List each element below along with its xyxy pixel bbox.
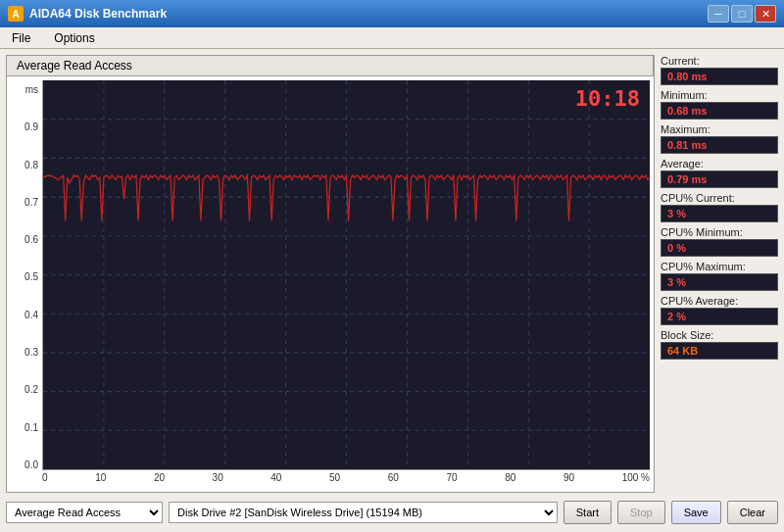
y-label-04: 0.4 xyxy=(24,310,38,320)
app-icon: A xyxy=(8,6,24,22)
cpu-current-label: CPU% Current: xyxy=(661,192,778,204)
chart-svg xyxy=(43,80,650,469)
stat-minimum: Minimum: 0.68 ms xyxy=(661,89,778,120)
stat-cpu-minimum: CPU% Minimum: 0 % xyxy=(661,226,778,257)
chart-tab[interactable]: Average Read Access xyxy=(7,56,654,76)
bottom-controls: Average Read Access Disk Drive #2 [SanDi… xyxy=(6,499,778,526)
maximize-button[interactable]: □ xyxy=(731,5,753,23)
disk-drive-dropdown[interactable]: Disk Drive #2 [SanDisk Wireless Drive] (… xyxy=(169,502,558,523)
chart-panel: Average Read Access ms 0.9 0.8 0.7 0.6 0… xyxy=(6,55,655,493)
maximum-label: Maximum: xyxy=(661,123,778,135)
window-controls: ─ □ ✕ xyxy=(708,5,776,23)
stat-current: Current: 0.80 ms xyxy=(661,55,778,85)
chart-body: ms 0.9 0.8 0.7 0.6 0.5 0.4 0.3 0.2 0.1 0… xyxy=(7,76,654,492)
y-label-07: 0.7 xyxy=(24,197,38,208)
block-size-label: Block Size: xyxy=(661,329,778,341)
average-value: 0.79 ms xyxy=(661,170,778,188)
main-content: Average Read Access ms 0.9 0.8 0.7 0.6 0… xyxy=(0,49,784,532)
x-label-50: 50 xyxy=(329,472,340,488)
current-label: Current: xyxy=(661,55,778,67)
stat-cpu-maximum: CPU% Maximum: 3 % xyxy=(661,261,778,291)
stat-cpu-current: CPU% Current: 3 % xyxy=(661,192,778,222)
y-label-ms: ms xyxy=(25,84,38,95)
y-label-08: 0.8 xyxy=(24,160,38,170)
stop-button[interactable]: Stop xyxy=(617,501,665,524)
cpu-maximum-label: CPU% Maximum: xyxy=(661,261,778,272)
minimize-button[interactable]: ─ xyxy=(708,5,729,23)
minimum-value: 0.68 ms xyxy=(661,102,778,120)
clear-button[interactable]: Clear xyxy=(727,501,778,524)
menu-options[interactable]: Options xyxy=(46,29,102,47)
x-label-100: 100 % xyxy=(622,472,650,488)
stat-average: Average: 0.79 ms xyxy=(661,158,778,188)
chart-container: Average Read Access ms 0.9 0.8 0.7 0.6 0… xyxy=(6,55,778,493)
timer-display: 10:18 xyxy=(575,86,640,111)
cpu-average-label: CPU% Average: xyxy=(661,295,778,307)
x-label-60: 60 xyxy=(388,472,399,488)
x-label-70: 70 xyxy=(446,472,457,488)
maximum-value: 0.81 ms xyxy=(661,136,778,154)
y-label-05: 0.5 xyxy=(24,271,38,282)
block-size-value: 64 KB xyxy=(661,342,778,360)
current-value: 0.80 ms xyxy=(661,68,778,85)
y-axis: ms 0.9 0.8 0.7 0.6 0.5 0.4 0.3 0.2 0.1 0… xyxy=(7,80,42,488)
x-label-90: 90 xyxy=(564,472,574,488)
cpu-minimum-label: CPU% Minimum: xyxy=(661,226,778,238)
y-label-09: 0.9 xyxy=(24,121,38,132)
minimum-label: Minimum: xyxy=(661,89,778,101)
benchmark-type-dropdown[interactable]: Average Read Access xyxy=(6,502,163,523)
x-label-80: 80 xyxy=(505,472,515,488)
cpu-minimum-value: 0 % xyxy=(661,239,778,257)
stats-panel: Current: 0.80 ms Minimum: 0.68 ms Maximu… xyxy=(661,55,778,493)
chart-area: 10:18 xyxy=(42,80,650,470)
close-button[interactable]: ✕ xyxy=(755,5,776,23)
menu-bar: File Options xyxy=(0,27,784,49)
y-label-00: 0.0 xyxy=(24,459,38,470)
stat-block-size: Block Size: 64 KB xyxy=(661,329,778,360)
cpu-average-value: 2 % xyxy=(661,308,778,325)
window-title: AIDA64 Disk Benchmark xyxy=(29,7,167,21)
cpu-current-value: 3 % xyxy=(661,205,778,222)
y-label-06: 0.6 xyxy=(24,234,38,245)
x-label-40: 40 xyxy=(270,472,281,488)
x-label-10: 10 xyxy=(95,472,106,488)
cpu-maximum-value: 3 % xyxy=(661,273,778,291)
stat-maximum: Maximum: 0.81 ms xyxy=(661,123,778,154)
y-label-03: 0.3 xyxy=(24,347,38,358)
y-label-02: 0.2 xyxy=(24,384,38,395)
y-label-01: 0.1 xyxy=(24,422,38,433)
save-button[interactable]: Save xyxy=(671,501,721,524)
x-label-20: 20 xyxy=(154,472,165,488)
start-button[interactable]: Start xyxy=(564,501,612,524)
x-label-0: 0 xyxy=(42,472,48,488)
title-bar: A AIDA64 Disk Benchmark ─ □ ✕ xyxy=(0,0,784,27)
menu-file[interactable]: File xyxy=(4,29,38,47)
x-label-30: 30 xyxy=(213,472,223,488)
stat-cpu-average: CPU% Average: 2 % xyxy=(661,295,778,325)
average-label: Average: xyxy=(661,158,778,169)
